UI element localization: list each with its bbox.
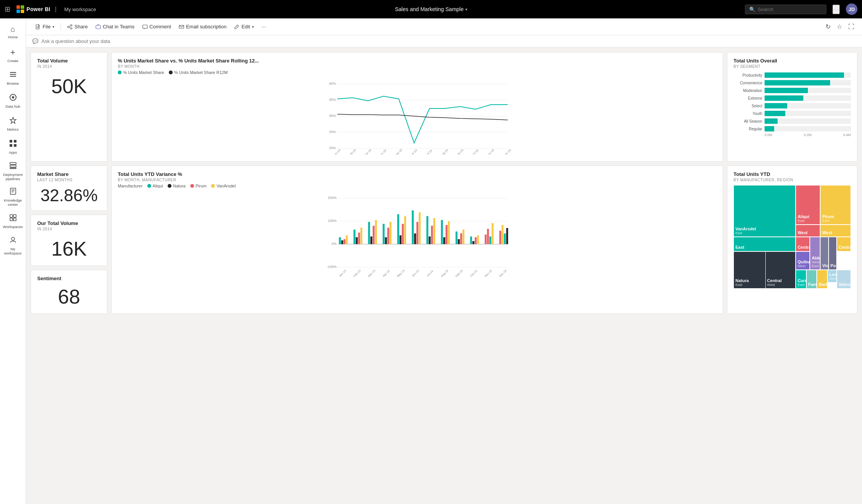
- sidebar-item-home[interactable]: ⌂ Home: [2, 21, 25, 43]
- svg-text:May-14: May-14: [393, 148, 403, 154]
- svg-rect-107: [477, 235, 479, 244]
- svg-text:100%: 100%: [328, 219, 336, 223]
- sidebar-item-myworkspace[interactable]: My workspace: [2, 234, 25, 258]
- hbar-label-youth: Youth: [733, 112, 762, 116]
- email-button[interactable]: Email subscription: [176, 22, 230, 31]
- treemap-header: Total Units YTD BY MANUFACTURER, REGION: [733, 171, 851, 182]
- report-title[interactable]: Sales and Marketing Sample ▾: [395, 6, 467, 12]
- file-button[interactable]: File ▾: [32, 22, 58, 31]
- toolbar-right: ↻ ☆ ⛶: [824, 21, 856, 32]
- app-body: ⌂ Home + Create Browse Data hub Metrics: [0, 18, 862, 504]
- svg-rect-110: [490, 236, 491, 244]
- dot-pirum: [190, 184, 194, 188]
- svg-text:-100%: -100%: [326, 265, 336, 269]
- top-nav: ⊞ Power BI | My workspace Sales and Mark…: [0, 0, 862, 18]
- dot-natura: [168, 184, 171, 188]
- ytd-subtitle: BY MONTH, MANUFACTURER: [118, 178, 717, 182]
- svg-rect-79: [375, 220, 377, 244]
- workspace-label[interactable]: My workspace: [64, 7, 96, 12]
- ytd-header: Total Units YTD Variance % BY MONTH, MAN…: [118, 171, 717, 188]
- svg-rect-10: [10, 140, 12, 143]
- svg-rect-111: [492, 223, 494, 244]
- qa-input[interactable]: [41, 38, 856, 44]
- comment-button[interactable]: Comment: [139, 22, 174, 31]
- our-volume-title: Our Total Volume: [37, 220, 101, 226]
- ytd-chart-svg: 200% 100% 0% -100%: [118, 191, 717, 279]
- tm-barba: Barba: [817, 270, 827, 289]
- svg-text:Oct-14: Oct-14: [470, 269, 478, 277]
- sidebar-label-metrics: Metrics: [7, 127, 19, 131]
- svg-text:35%: 35%: [329, 98, 336, 102]
- dot-aliqui: [147, 184, 151, 188]
- sidebar-item-apps[interactable]: Apps: [2, 136, 25, 158]
- hbar-track-productivity: [765, 72, 851, 78]
- svg-rect-16: [10, 168, 16, 169]
- legend-item-r12m: % Units Market Share R12M: [169, 70, 227, 75]
- report-title-chevron: ▾: [465, 7, 467, 11]
- refresh-button[interactable]: ↻: [824, 21, 832, 32]
- svg-rect-98: [446, 225, 448, 244]
- search-input[interactable]: [758, 7, 822, 12]
- dashboard: Total Volume IN 2014 50K % Units Market …: [26, 48, 862, 504]
- browse-icon: [9, 71, 17, 80]
- hbar-row-regular: Regular: [733, 126, 851, 131]
- toolbar-separator: [61, 23, 61, 31]
- legend-dot-1: [118, 71, 122, 74]
- svg-rect-72: [354, 230, 356, 244]
- axis-label-04: 0.4M: [843, 133, 851, 137]
- svg-text:Dec-14: Dec-14: [498, 269, 507, 277]
- more-options-button[interactable]: ···: [832, 5, 840, 14]
- svg-rect-75: [361, 228, 363, 244]
- edit-button[interactable]: Edit ▾: [231, 22, 257, 31]
- fullscreen-button[interactable]: ⛶: [847, 22, 856, 32]
- manufacturer-label: Manufacturer: [118, 184, 143, 188]
- svg-line-33: [69, 27, 71, 28]
- svg-rect-87: [404, 216, 406, 244]
- svg-text:30%: 30%: [329, 114, 336, 118]
- toolbar: File ▾ Share Chat in Teams Comment Email…: [26, 18, 862, 35]
- metrics-icon: [9, 117, 17, 126]
- tm-pirum-west: West: [820, 225, 851, 237]
- svg-text:200%: 200%: [328, 196, 336, 200]
- svg-text:Mar-14: Mar-14: [367, 269, 376, 278]
- line-chart-header: % Units Market Share vs. % Units Market …: [118, 58, 717, 75]
- legend-label-2: % Units Market Share R12M: [174, 70, 227, 75]
- favorite-button[interactable]: ☆: [835, 21, 844, 32]
- sidebar-item-metrics[interactable]: Metrics: [2, 113, 25, 135]
- svg-rect-89: [414, 233, 416, 244]
- sidebar-item-create[interactable]: + Create: [2, 44, 25, 66]
- sidebar-item-knowledge[interactable]: Knowledge center: [2, 185, 25, 209]
- sidebar-item-datahub[interactable]: Data hub: [2, 90, 25, 112]
- toolbar-more-button[interactable]: ···: [259, 22, 269, 31]
- legend-pirum: Pirum: [190, 184, 207, 188]
- svg-rect-114: [504, 233, 506, 244]
- hbar-row-extreme: Extreme: [733, 95, 851, 101]
- sidebar-item-workspaces[interactable]: Workspaces: [2, 211, 25, 232]
- sidebar-item-browse[interactable]: Browse: [2, 67, 25, 89]
- sidebar-item-deployment[interactable]: Deployment pipelines: [2, 159, 25, 184]
- legend-item-market-share: % Units Market Share: [118, 70, 164, 75]
- axis-label-0: 0.0M: [765, 133, 772, 137]
- svg-rect-0: [16, 5, 20, 9]
- svg-rect-35: [143, 25, 147, 28]
- tm-abbas: Abbas West East: [810, 237, 821, 270]
- tm-vanarsdel-main: VanArsdel East: [733, 185, 796, 237]
- search-box[interactable]: 🔍: [745, 5, 826, 14]
- svg-rect-78: [373, 226, 375, 244]
- svg-rect-4: [10, 72, 16, 73]
- share-button[interactable]: Share: [64, 22, 91, 31]
- hbar-label-moderation: Moderation: [733, 89, 762, 93]
- svg-rect-97: [443, 237, 445, 244]
- sidebar-label-myworkspace: My workspace: [3, 247, 23, 256]
- ytd-title: Total Units YTD Variance %: [118, 171, 717, 177]
- sidebar-label-home: Home: [8, 35, 18, 39]
- edit-icon: [234, 24, 239, 30]
- total-volume-title: Total Volume: [37, 58, 101, 64]
- total-volume-subtitle: IN 2014: [37, 64, 101, 69]
- user-avatar[interactable]: JD: [846, 3, 857, 15]
- chat-teams-button[interactable]: Chat in Teams: [92, 22, 138, 31]
- grid-icon[interactable]: ⊞: [5, 5, 10, 13]
- hbar-label-convenience: Convenience: [733, 81, 762, 85]
- hbar-fill-select: [765, 103, 787, 108]
- svg-text:Aug-14: Aug-14: [439, 148, 449, 154]
